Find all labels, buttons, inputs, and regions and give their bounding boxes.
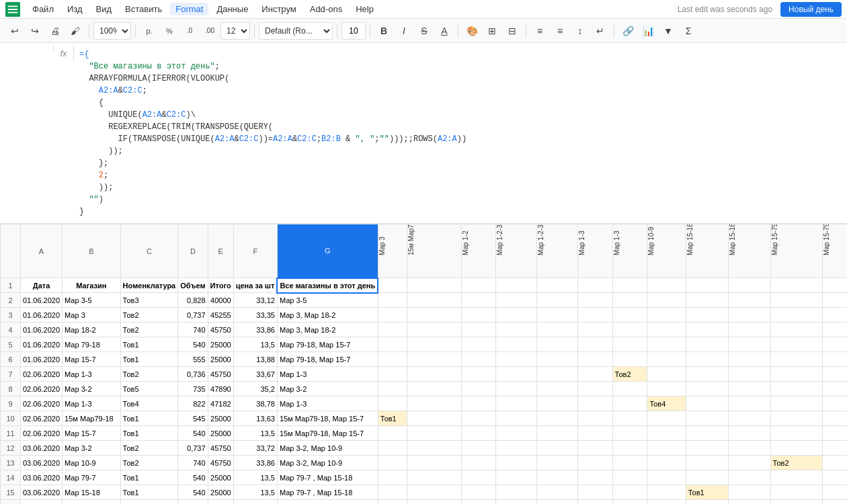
cell-q-16[interactable] [728, 500, 770, 505]
cell-n_-7[interactable]: Тов2 [612, 367, 647, 382]
new-day-button[interactable]: Новый день [780, 2, 842, 17]
cell-b4[interactable]: Мар 18-2 [63, 323, 121, 337]
cell-e6[interactable]: 25000 [208, 352, 233, 367]
menu-view[interactable]: Вид [91, 3, 118, 15]
cell-s-3[interactable] [822, 308, 847, 323]
cell-h-7[interactable] [378, 367, 407, 382]
col-header-e[interactable]: E [208, 224, 233, 278]
cell-m-5[interactable] [577, 337, 612, 352]
cell-h-6[interactable] [378, 352, 407, 367]
cell-k-10[interactable] [496, 411, 537, 426]
strikethrough-button[interactable]: S [415, 22, 434, 40]
cell-c5[interactable]: Тов1 [120, 337, 178, 352]
menu-help[interactable]: Help [350, 3, 379, 15]
cell-j-4[interactable] [461, 323, 496, 337]
cell-i-14[interactable] [407, 470, 461, 485]
cell-l-10[interactable] [537, 411, 578, 426]
menu-data[interactable]: Данные [211, 3, 253, 15]
format-dot00-button[interactable]: .00 [200, 22, 219, 40]
cell-j-3[interactable] [461, 308, 496, 323]
cell-r-7[interactable] [770, 367, 822, 382]
cell-e7[interactable]: 45750 [208, 367, 233, 382]
cell-a12[interactable]: 03.06.2020 [21, 441, 63, 456]
cell-p-12[interactable] [686, 441, 728, 456]
cell-g14[interactable]: Мар 79-7 , Мар 15-18 [277, 470, 378, 485]
cell-b8[interactable]: Мар 3-2 [63, 382, 121, 396]
cell-m1[interactable] [577, 278, 612, 293]
cell-m-16[interactable] [577, 500, 612, 505]
fill-color-button[interactable]: 🎨 [462, 22, 481, 40]
cell-r-14[interactable] [770, 470, 822, 485]
cell-reference[interactable] [0, 46, 54, 51]
format-dot0-button[interactable]: .0 [180, 22, 199, 40]
print-button[interactable]: 🖨 [46, 22, 65, 40]
cell-s-7[interactable] [822, 367, 847, 382]
cell-c12[interactable]: Тов2 [120, 441, 178, 456]
cell-c10[interactable]: Тов1 [120, 411, 178, 426]
cell-q-12[interactable] [728, 441, 770, 456]
cell-s-6[interactable] [822, 352, 847, 367]
cell-m-4[interactable] [577, 323, 612, 337]
cell-i-2[interactable] [407, 293, 461, 308]
cell-d15[interactable]: 540 [178, 485, 208, 500]
cell-p-5[interactable] [686, 337, 728, 352]
cell-b1[interactable]: Магазин [63, 278, 121, 293]
col-header-p[interactable]: Мар 15-18 [686, 224, 728, 278]
cell-f16[interactable]: 40,47 [233, 500, 277, 505]
cell-d9[interactable]: 822 [178, 396, 208, 411]
cell-n_-10[interactable] [612, 411, 647, 426]
cell-n_-16[interactable] [612, 500, 647, 505]
cell-i-8[interactable] [407, 382, 461, 396]
font-family-select[interactable]: Default (Ro... [259, 22, 333, 40]
cell-c11[interactable]: Тов1 [120, 426, 178, 441]
cell-l-11[interactable] [537, 426, 578, 441]
align-center-button[interactable]: ≡ [551, 22, 569, 40]
cell-b7[interactable]: Мар 1-3 [63, 367, 121, 382]
cell-g15[interactable]: Мар 79-7 , Мар 15-18 [277, 485, 378, 500]
cell-m-15[interactable] [577, 485, 612, 500]
cell-l-7[interactable] [537, 367, 578, 382]
link-button[interactable]: 🔗 [618, 22, 637, 40]
cell-n_-6[interactable] [612, 352, 647, 367]
cell-f13[interactable]: 33,86 [233, 456, 277, 470]
cell-q-11[interactable] [728, 426, 770, 441]
cell-p-3[interactable] [686, 308, 728, 323]
cell-s-15[interactable] [822, 485, 847, 500]
cell-g5[interactable]: Мар 79-18, Мар 15-7 [277, 337, 378, 352]
cell-k-2[interactable] [496, 293, 537, 308]
cell-a13[interactable]: 03.06.2020 [21, 456, 63, 470]
cell-r-4[interactable] [770, 323, 822, 337]
cell-r-8[interactable] [770, 382, 822, 396]
cell-m-8[interactable] [577, 382, 612, 396]
cell-c3[interactable]: Тов2 [120, 308, 178, 323]
cell-m-9[interactable] [577, 396, 612, 411]
col-header-k[interactable]: Мар 1-2-3 [496, 224, 537, 278]
cell-q-13[interactable] [728, 456, 770, 470]
cell-c6[interactable]: Тов1 [120, 352, 178, 367]
cell-b6[interactable]: Мар 15-7 [63, 352, 121, 367]
cell-h-3[interactable] [378, 308, 407, 323]
cell-h-14[interactable] [378, 470, 407, 485]
cell-i-6[interactable] [407, 352, 461, 367]
menu-file[interactable]: Файл [27, 3, 59, 15]
cell-f8[interactable]: 35,2 [233, 382, 277, 396]
cell-d3[interactable]: 0,737 [178, 308, 208, 323]
col-header-a[interactable]: A [21, 224, 63, 278]
cell-r-11[interactable] [770, 426, 822, 441]
cell-h-13[interactable] [378, 456, 407, 470]
cell-l-2[interactable] [537, 293, 578, 308]
cell-o-5[interactable] [647, 337, 686, 352]
cell-d5[interactable]: 540 [178, 337, 208, 352]
cell-q-2[interactable] [728, 293, 770, 308]
cell-o-16[interactable] [647, 500, 686, 505]
format-percent-button[interactable]: % [160, 22, 179, 40]
cell-n_-13[interactable] [612, 456, 647, 470]
cell-p-11[interactable] [686, 426, 728, 441]
cell-h-11[interactable] [378, 426, 407, 441]
cell-r-13[interactable]: Тов2 [770, 456, 822, 470]
cell-s-14[interactable] [822, 470, 847, 485]
cell-o-14[interactable] [647, 470, 686, 485]
col-header-q[interactable]: Мар 15-18 [728, 224, 770, 278]
cell-h-9[interactable] [378, 396, 407, 411]
undo-button[interactable]: ↩ [5, 22, 24, 40]
